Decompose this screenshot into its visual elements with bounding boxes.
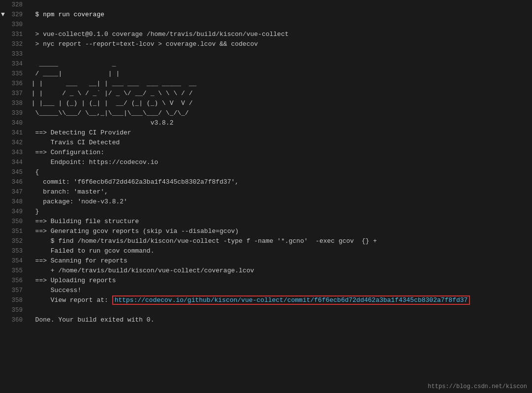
line-content: _____ _: [26, 59, 532, 69]
line-arrow-indicator: [0, 0, 8, 10]
terminal-line: 357 Success!: [0, 286, 532, 295]
terminal-line: ▼329 $ npm run coverage: [0, 10, 532, 20]
line-arrow-indicator: [0, 187, 8, 197]
line-number: 355: [8, 266, 26, 276]
terminal-line: 348 package: 'node-v3.8.2': [0, 197, 532, 207]
line-arrow-indicator: [0, 256, 8, 266]
line-content: > vue-collect@0.1.0 coverage /home/travi…: [26, 30, 532, 39]
terminal-line: 355 + /home/travis/build/kiscon/vue-coll…: [0, 266, 532, 276]
line-number: 360: [8, 315, 26, 325]
line-number: 338: [8, 98, 26, 108]
line-content: \_____\\___/ \__,_|\___|\___\___/ \_/\_/: [26, 108, 532, 118]
line-arrow-indicator: [0, 138, 8, 148]
terminal-line: 353 Failed to run gcov command.: [0, 246, 532, 256]
line-number: 351: [8, 227, 26, 236]
terminal-line: 347 branch: 'master',: [0, 187, 532, 197]
terminal-line: 351 ==> Generating gcov reports (skip vi…: [0, 227, 532, 236]
line-arrow-indicator: [0, 236, 8, 246]
watermark: https://blog.csdn.net/kiscon: [428, 383, 527, 390]
line-content: package: 'node-v3.8.2': [26, 197, 532, 207]
line-number: 356: [8, 276, 26, 286]
line-content: Endpoint: https://codecov.io: [26, 158, 532, 167]
line-number: 357: [8, 286, 26, 295]
terminal-line: 334 _____ _: [0, 59, 532, 69]
line-number: 339: [8, 108, 26, 118]
line-number: 334: [8, 59, 26, 69]
line-number: 353: [8, 246, 26, 256]
terminal-line: 352 $ find /home/travis/build/kiscon/vue…: [0, 236, 532, 246]
line-content: {: [26, 167, 532, 177]
line-number: 337: [8, 89, 26, 98]
line-number: 328: [8, 0, 26, 10]
terminal-line: 354 ==> Scanning for reports: [0, 256, 532, 266]
line-content: Failed to run gcov command.: [26, 246, 532, 256]
line-content: > nyc report --report=text-lcov > covera…: [26, 39, 532, 49]
line-arrow-indicator: [0, 158, 8, 167]
terminal-line: 336 | | ___ __| | ___ ___ ___ _____ __: [0, 79, 532, 89]
line-arrow-indicator: ▼: [0, 10, 8, 20]
line-content: ==> Configuration:: [26, 148, 532, 158]
terminal-line: 332 > nyc report --report=text-lcov > co…: [0, 39, 532, 49]
line-number: 333: [8, 49, 26, 59]
line-arrow-indicator: [0, 286, 8, 295]
line-number: 329: [8, 10, 26, 20]
line-content: ==> Generating gcov reports (skip via --…: [26, 227, 532, 236]
line-arrow-indicator: [0, 30, 8, 39]
line-arrow-indicator: [0, 128, 8, 138]
line-number: 346: [8, 177, 26, 187]
line-content: | | / _ \ / _` |/ _ \/ __/ _ \ \ \ / /: [26, 89, 532, 98]
terminal-line: 350 ==> Building file structure: [0, 217, 532, 227]
line-content: commit: 'f6f6ecb6d72dd462a3ba1f4345cb830…: [26, 177, 532, 187]
line-content: $ npm run coverage: [26, 10, 532, 20]
line-content: Done. Your build exited with 0.: [26, 315, 532, 325]
terminal-line: 342 Travis CI Detected: [0, 138, 532, 148]
report-url[interactable]: https://codecov.io/github/kiscon/vue-col…: [112, 295, 470, 305]
terminal-line: 358 View report at: https://codecov.io/g…: [0, 295, 532, 305]
terminal-line: 340 v3.8.2: [0, 118, 532, 128]
line-number: 330: [8, 20, 26, 30]
line-number: 336: [8, 79, 26, 89]
line-content: Success!: [26, 286, 532, 295]
terminal-line: 339 \_____\\___/ \__,_|\___|\___\___/ \_…: [0, 108, 532, 118]
terminal-window: 328▼329 $ npm run coverage330331 > vue-c…: [0, 0, 532, 393]
terminal-line: 356 ==> Uploading reports: [0, 276, 532, 286]
terminal-line: 333: [0, 49, 532, 59]
line-content: ==> Uploading reports: [26, 276, 532, 286]
line-number: 331: [8, 30, 26, 39]
terminal-line: 331 > vue-collect@0.1.0 coverage /home/t…: [0, 30, 532, 39]
line-arrow-indicator: [0, 246, 8, 256]
line-content: View report at: https://codecov.io/githu…: [26, 295, 532, 305]
terminal-line: 359: [0, 305, 532, 315]
line-number: 343: [8, 148, 26, 158]
line-arrow-indicator: [0, 39, 8, 49]
line-arrow-indicator: [0, 108, 8, 118]
line-arrow-indicator: [0, 217, 8, 227]
line-number: 335: [8, 69, 26, 79]
line-content: [26, 20, 532, 30]
line-arrow-indicator: [0, 207, 8, 217]
terminal-line: 360 Done. Your build exited with 0.: [0, 315, 532, 325]
line-number: 359: [8, 305, 26, 315]
line-number: 354: [8, 256, 26, 266]
line-number: 352: [8, 236, 26, 246]
terminal-line: 330: [0, 20, 532, 30]
terminal-line: 337 | | / _ \ / _` |/ _ \/ __/ _ \ \ \ /…: [0, 89, 532, 98]
line-number: 350: [8, 217, 26, 227]
line-arrow-indicator: [0, 69, 8, 79]
line-number: 345: [8, 167, 26, 177]
line-arrow-indicator: [0, 266, 8, 276]
line-number: 340: [8, 118, 26, 128]
line-content: | | ___ __| | ___ ___ ___ _____ __: [26, 79, 532, 89]
terminal-line: 349 }: [0, 207, 532, 217]
line-content: ==> Building file structure: [26, 217, 532, 227]
terminal-line: 344 Endpoint: https://codecov.io: [0, 158, 532, 167]
line-content: $ find /home/travis/build/kiscon/vue-col…: [26, 236, 532, 246]
line-arrow-indicator: [0, 227, 8, 236]
line-content: ==> Detecting CI Provider: [26, 128, 532, 138]
line-arrow-indicator: [0, 20, 8, 30]
line-arrow-indicator: [0, 177, 8, 187]
line-arrow-indicator: [0, 148, 8, 158]
line-content: ==> Scanning for reports: [26, 256, 532, 266]
line-number: 347: [8, 187, 26, 197]
terminal-line: 335 / ____| | |: [0, 69, 532, 79]
